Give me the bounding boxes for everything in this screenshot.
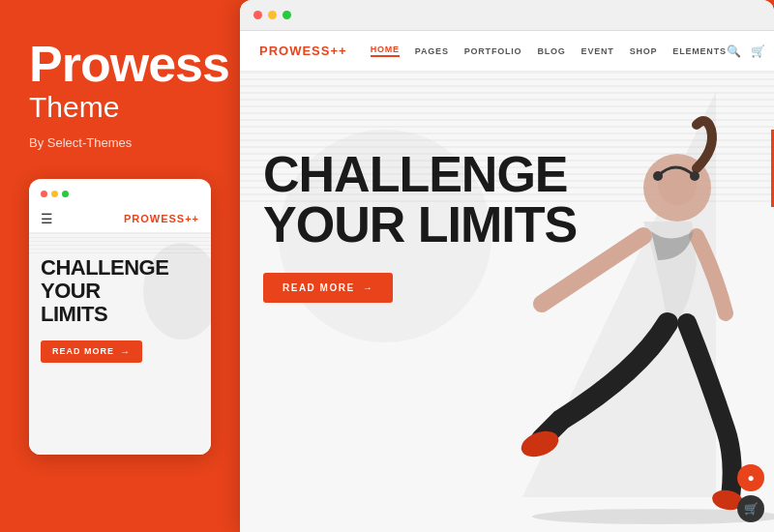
line: [29, 241, 211, 242]
mobile-hero: CHALLENGE YOUR LIMITS READ MORE →: [29, 233, 211, 455]
browser-chrome: [240, 0, 774, 31]
line: [29, 237, 211, 238]
svg-point-5: [690, 171, 700, 181]
theme-name: Prowess: [29, 39, 211, 89]
mobile-read-more-label: READ MORE: [52, 346, 114, 356]
cart-floating-icon[interactable]: 🛒: [737, 495, 764, 522]
mobile-hero-title: CHALLENGE YOUR LIMITS: [41, 256, 199, 327]
hero-read-more-button[interactable]: READ MORE →: [263, 273, 393, 303]
mobile-nav: ☰ PROWESS++: [29, 205, 211, 233]
site-nav-items: HOME PAGES PORTFOLIO BLOG EVENT SHOP ELE…: [371, 44, 727, 57]
left-panel: Prowess Theme By Select-Themes ☰ PROWESS…: [0, 0, 240, 532]
nav-item-event[interactable]: EVENT: [581, 46, 614, 56]
browser-mockup: PROWESS++ HOME PAGES PORTFOLIO BLOG EVEN…: [240, 0, 774, 532]
hero-arrow-icon: →: [363, 282, 374, 293]
site-nav-icons: 🔍 🛒 ☰: [727, 41, 774, 62]
cart-icon[interactable]: 🛒: [751, 44, 765, 58]
mobile-window-dots: [29, 191, 211, 205]
browser-dot-green: [283, 11, 291, 19]
mobile-read-more-button[interactable]: READ MORE →: [41, 340, 142, 363]
hero-title: CHALLENGE YOUR LIMITS: [263, 149, 577, 250]
browser-dot-yellow: [268, 11, 277, 19]
mobile-dot-yellow: [51, 191, 58, 197]
nav-item-portfolio[interactable]: PORTFOLIO: [464, 46, 522, 56]
hero-section: CHALLENGE YOUR LIMITS READ MORE → ● 🛒: [240, 72, 774, 532]
hero-content: CHALLENGE YOUR LIMITS READ MORE →: [263, 149, 577, 303]
mobile-mockup: ☰ PROWESS++ CHALLENGE YOUR LIMITS READ M: [29, 179, 211, 455]
bottom-right-icons: ● 🛒: [737, 464, 764, 522]
hero-title-line2: YOUR LIMITS: [263, 199, 577, 250]
nav-item-home[interactable]: HOME: [371, 44, 400, 57]
theme-title-block: Prowess Theme By Select-Themes: [29, 39, 211, 150]
svg-point-4: [653, 171, 663, 181]
nav-item-shop[interactable]: SHOP: [630, 46, 658, 56]
hamburger-icon[interactable]: ☰: [41, 211, 53, 226]
nav-item-pages[interactable]: PAGES: [415, 46, 449, 56]
mobile-logo: PROWESS++: [124, 213, 199, 224]
site-logo: PROWESS++: [259, 44, 347, 58]
search-icon[interactable]: 🔍: [727, 44, 741, 58]
hero-read-more-label: READ MORE: [283, 282, 355, 293]
mobile-dot-red: [41, 191, 47, 197]
theme-by: By Select-Themes: [29, 135, 211, 150]
social-icon-1[interactable]: ●: [737, 464, 764, 491]
mobile-dot-green: [62, 191, 69, 197]
mobile-arrow-icon: →: [120, 346, 131, 357]
nav-item-elements[interactable]: ELEMENTS: [672, 46, 726, 56]
site-nav: PROWESS++ HOME PAGES PORTFOLIO BLOG EVEN…: [240, 31, 774, 72]
nav-item-blog[interactable]: BLOG: [537, 46, 565, 56]
line: [29, 233, 211, 234]
theme-subtitle: Theme: [29, 93, 211, 122]
hero-title-line1: CHALLENGE: [263, 149, 577, 199]
browser-dot-red: [253, 11, 262, 19]
